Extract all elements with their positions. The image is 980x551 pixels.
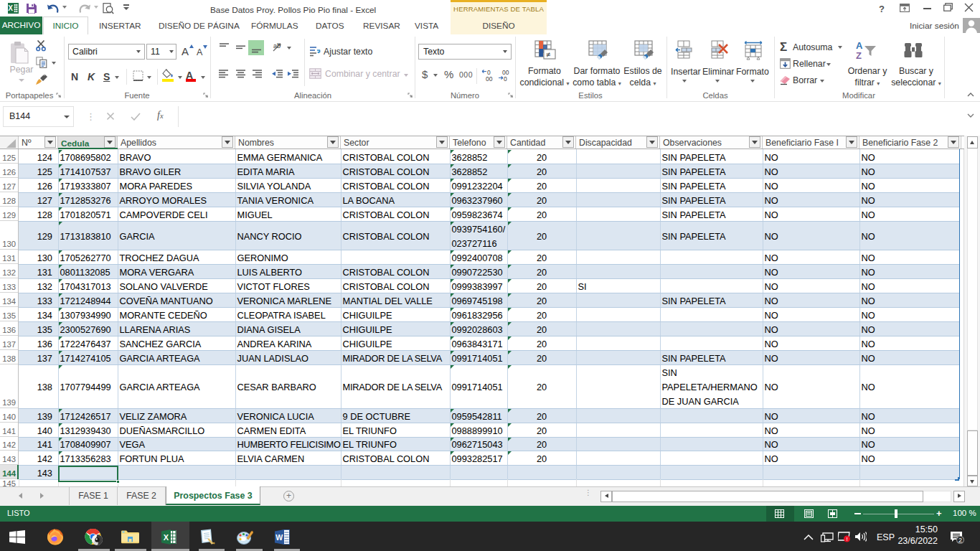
svg-text:2: 2 — [958, 537, 962, 544]
svg-text:!: ! — [846, 536, 847, 542]
svg-text:X: X — [8, 4, 13, 12]
svg-text:A: A — [856, 40, 863, 51]
svg-text:W: W — [275, 533, 283, 542]
svg-text:00: 00 — [486, 75, 493, 83]
svg-text:Z: Z — [856, 50, 862, 61]
svg-text:X: X — [164, 533, 169, 542]
svg-text:ab: ab — [273, 42, 281, 50]
svg-text:≠: ≠ — [546, 50, 550, 59]
